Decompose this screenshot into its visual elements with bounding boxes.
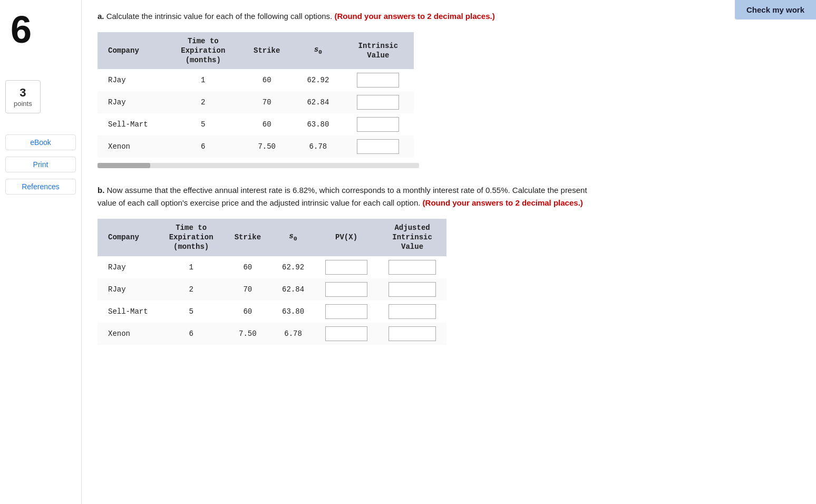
cell-s0-b-3: 6.78	[271, 323, 315, 345]
cell-company-a-3: Xenon	[98, 135, 166, 158]
cell-time-b-3: 6	[159, 323, 224, 345]
cell-time-b-1: 2	[159, 278, 224, 301]
points-label: points	[14, 100, 32, 108]
part-b-row: RJay 1 60 62.92	[98, 256, 446, 278]
part-b-round-note: (Round your answers to 2 decimal places.…	[423, 198, 583, 207]
cell-s0-b-2: 63.80	[271, 301, 315, 323]
cell-strike-b-2: 60	[224, 301, 271, 323]
part-b-table-container: Company Time toExpiration(months) Strike…	[98, 219, 795, 350]
th-company-b: Company	[98, 219, 159, 256]
cell-strike-b-1: 70	[224, 278, 271, 301]
part-b-table: Company Time toExpiration(months) Strike…	[98, 219, 446, 345]
th-intrinsic-a: IntrinsicValue	[343, 32, 414, 70]
cell-time-a-3: 6	[166, 135, 240, 158]
part-a-row: RJay 1 60 62.92	[98, 69, 414, 91]
cell-intrinsic-a-0	[343, 69, 414, 91]
points-section: 3 points	[5, 80, 41, 113]
cell-s0-a-1: 62.84	[294, 91, 342, 113]
cell-strike-a-3: 7.50	[240, 135, 294, 158]
part-b-row: Sell-Mart 5 60 63.80	[98, 301, 446, 323]
part-a-row: Sell-Mart 5 60 63.80	[98, 113, 414, 135]
part-a-label: a.	[98, 12, 104, 21]
cell-company-b-3: Xenon	[98, 323, 159, 345]
part-a-table-container: Company Time toExpiration(months) Strike…	[98, 32, 795, 169]
cell-intrinsic-a-3	[343, 135, 414, 158]
cell-time-b-2: 5	[159, 301, 224, 323]
th-s0-b: s0	[271, 219, 315, 256]
part-b-row: RJay 2 70 62.84	[98, 278, 446, 301]
part-b-section: b. Now assume that the effective annual …	[98, 184, 795, 350]
th-time-a: Time toExpiration(months)	[166, 32, 240, 70]
part-b-tbody: RJay 1 60 62.92 RJay 2 70 62.84 Sell-Mar…	[98, 256, 446, 345]
check-my-work-button[interactable]: Check my work	[735, 0, 816, 20]
cell-strike-b-0: 60	[224, 256, 271, 278]
th-strike-a: Strike	[240, 32, 294, 70]
part-a-question: a. Calculate the intrinsic value for eac…	[98, 11, 795, 23]
cell-company-a-0: RJay	[98, 69, 166, 91]
cell-adj-b-1	[378, 278, 446, 301]
cell-adj-b-3	[378, 323, 446, 345]
points-value: 3	[14, 86, 32, 100]
cell-company-a-2: Sell-Mart	[98, 113, 166, 135]
cell-s0-a-0: 62.92	[294, 69, 342, 91]
cell-time-a-0: 1	[166, 69, 240, 91]
part-a-row: Xenon 6 7.50 6.78	[98, 135, 414, 158]
cell-time-b-0: 1	[159, 256, 224, 278]
input-adj-b-2[interactable]	[388, 304, 436, 319]
cell-strike-a-1: 70	[240, 91, 294, 113]
ebook-link[interactable]: eBook	[5, 134, 76, 150]
part-b-row: Xenon 6 7.50 6.78	[98, 323, 446, 345]
part-b-header-row: Company Time toExpiration(months) Strike…	[98, 219, 446, 256]
input-adj-b-3[interactable]	[388, 326, 436, 341]
cell-company-a-1: RJay	[98, 91, 166, 113]
cell-adj-b-0	[378, 256, 446, 278]
main-content: Check my work a. Calculate the intrinsic…	[82, 0, 816, 504]
cell-s0-b-1: 62.84	[271, 278, 315, 301]
input-intrinsic-a-2[interactable]	[357, 117, 399, 132]
cell-intrinsic-a-1	[343, 91, 414, 113]
part-a-round-note: (Round your answers to 2 decimal places.…	[334, 12, 494, 21]
cell-adj-b-2	[378, 301, 446, 323]
th-adjusted-b: AdjustedIntrinsicValue	[378, 219, 446, 256]
th-s0-a: s0	[294, 32, 342, 70]
part-a-row: RJay 2 70 62.84	[98, 91, 414, 113]
cell-company-b-0: RJay	[98, 256, 159, 278]
cell-company-b-1: RJay	[98, 278, 159, 301]
input-pv-b-3[interactable]	[325, 326, 367, 341]
cell-strike-a-0: 60	[240, 69, 294, 91]
cell-time-a-1: 2	[166, 91, 240, 113]
cell-strike-b-3: 7.50	[224, 323, 271, 345]
sidebar-links: eBook Print References	[0, 134, 81, 195]
part-a-header-row: Company Time toExpiration(months) Strike…	[98, 32, 414, 70]
part-b-label: b.	[98, 186, 104, 195]
cell-s0-a-2: 63.80	[294, 113, 342, 135]
references-link[interactable]: References	[5, 179, 76, 195]
cell-company-b-2: Sell-Mart	[98, 301, 159, 323]
input-pv-b-1[interactable]	[325, 282, 367, 297]
cell-s0-a-3: 6.78	[294, 135, 342, 158]
cell-pv-b-2	[315, 301, 378, 323]
part-b-question: b. Now assume that the effective annual …	[98, 184, 598, 209]
print-link[interactable]: Print	[5, 157, 76, 172]
cell-intrinsic-a-2	[343, 113, 414, 135]
input-adj-b-0[interactable]	[388, 260, 436, 275]
input-pv-b-0[interactable]	[325, 260, 367, 275]
th-company-a: Company	[98, 32, 166, 70]
cell-strike-a-2: 60	[240, 113, 294, 135]
part-a-section: a. Calculate the intrinsic value for eac…	[98, 11, 795, 168]
input-intrinsic-a-1[interactable]	[357, 95, 399, 110]
th-strike-b: Strike	[224, 219, 271, 256]
sidebar: 6 3 points eBook Print References	[0, 0, 82, 504]
part-a-scrollbar-thumb	[98, 163, 150, 168]
input-intrinsic-a-3[interactable]	[357, 139, 399, 154]
input-adj-b-1[interactable]	[388, 282, 436, 297]
input-intrinsic-a-0[interactable]	[357, 73, 399, 88]
cell-s0-b-0: 62.92	[271, 256, 315, 278]
part-a-text: Calculate the intrinsic value for each o…	[106, 12, 333, 21]
part-a-scrollbar[interactable]	[98, 163, 419, 168]
question-number: 6	[0, 5, 42, 49]
input-pv-b-2[interactable]	[325, 304, 367, 319]
th-time-b: Time toExpiration(months)	[159, 219, 224, 256]
cell-pv-b-0	[315, 256, 378, 278]
th-pvx-b: PV(X)	[315, 219, 378, 256]
